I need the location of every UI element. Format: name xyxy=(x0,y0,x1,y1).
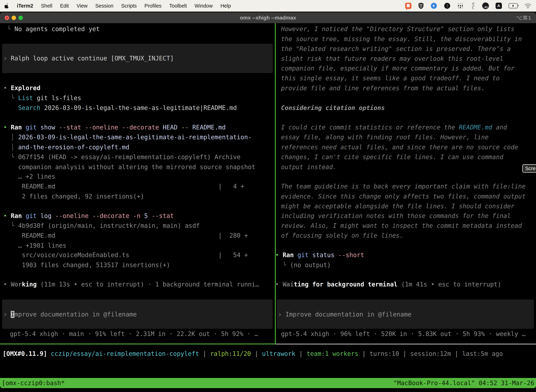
terminal-text-segment: › xyxy=(3,311,11,318)
menu-app-name[interactable]: iTerm2 xyxy=(17,3,33,9)
waiting-status: • Waiting for background terminal (1m 41… xyxy=(275,280,501,289)
cmd-git-show: • Ran git show --stat --oneline --decora… xyxy=(3,122,226,132)
terminal-text-segment: | xyxy=(399,350,410,357)
crescent-circle-icon[interactable] xyxy=(444,2,450,9)
terminal-text-segment: -- xyxy=(181,124,189,131)
git-show-stat-readme: README.md | 4 + xyxy=(3,182,244,191)
terminal-text-segment: Ralph loop active continue [OMX_TMUX_INJ… xyxy=(11,55,174,62)
terminal-text-segment: --oneline xyxy=(85,124,118,131)
terminal-text-segment: gpt-5.4 xhigh · 96% left · 520K in · 5.8… xyxy=(281,330,526,337)
terminal-text-segment: and xyxy=(492,124,507,131)
terminal-text-segment: Ran xyxy=(11,212,22,219)
terminal-text-segment: … +2 lines xyxy=(3,173,55,180)
terminal-text-segment: slight risk that future readers may over… xyxy=(281,55,503,62)
agents-completed-note: └ No agents completed yet xyxy=(3,24,100,34)
letter-a-label: A xyxy=(497,4,500,8)
shield-grid-icon[interactable] xyxy=(418,2,424,9)
git-log-output-commit: └ 4b9d30f (origin/main, instructkr/main,… xyxy=(3,221,200,231)
terminal-text-segment: companion file, especially if more comme… xyxy=(281,65,515,72)
tmux-pane-divider[interactable] xyxy=(275,23,276,344)
terminal-text-segment: of focusing solely on file lines. xyxy=(281,232,403,239)
terminal-text-segment: changes, I can't cite specific file line… xyxy=(281,154,503,160)
terminal-text-segment: └ xyxy=(3,222,18,229)
terminal-text-segment: 2026-03-09-is-legal-the-same-as-legitima… xyxy=(18,134,252,141)
terminal-text-segment: README.md | 280 + xyxy=(3,232,248,239)
menu-item-view[interactable]: View xyxy=(77,3,87,9)
menu-item-shell[interactable]: Shell xyxy=(41,3,53,9)
terminal-text-segment: gpt-5.4 xhigh · main · 91% left · 2.31M … xyxy=(10,330,258,337)
screen-overlay-chip[interactable]: Scre xyxy=(522,164,536,173)
cmd-git-log: • Ran git log --oneline --decorate -n 5 … xyxy=(3,211,174,221)
tmux-session-window[interactable]: [omx-cczip0:bash* xyxy=(2,379,65,387)
terminal-text-segment: │ xyxy=(3,144,18,151)
right-para3-l3: might be acceptable alongside the file l… xyxy=(281,201,515,211)
menu-item-profiles[interactable]: Profiles xyxy=(144,3,162,9)
dragon-icon[interactable] xyxy=(470,2,475,9)
git-show-output-more: … +2 lines xyxy=(3,172,55,182)
omx-status-line: [OMX#0.11.9] cczip/essay/ai-reimplementa… xyxy=(3,349,503,359)
tmux-host-clock: "MacBook-Pro-44.local" 04:52 31-Mar-26 xyxy=(393,379,534,387)
terminal-text-segment: team:1 workers xyxy=(306,350,358,357)
menu-item-scripts[interactable]: Scripts xyxy=(121,3,137,9)
menu-item-edit[interactable]: Edit xyxy=(60,3,69,9)
terminal-text-segment: | xyxy=(251,350,262,357)
terminal-text-segment xyxy=(22,124,25,131)
right-para1-l2: the source tree, missing the essay. Stil… xyxy=(281,34,522,44)
git-log-stat-readme: README.md | 280 + xyxy=(3,231,248,241)
terminal-text-segment: --decorate xyxy=(92,212,129,219)
terminal-text-segment: the source tree, missing the essay. Stil… xyxy=(281,36,522,42)
git-status-output: └ (no output) xyxy=(275,260,331,270)
terminal-text-segment: session:12m xyxy=(410,350,451,357)
right-para3-l4: including verification notes with those … xyxy=(281,211,511,221)
menu-item-help[interactable]: Help xyxy=(220,3,231,9)
battery-charging-icon[interactable] xyxy=(509,3,518,9)
terminal-text-segment: including verification notes with those … xyxy=(281,212,511,219)
dots-grid-icon[interactable] xyxy=(457,3,464,9)
terminal-text-segment xyxy=(22,212,25,219)
terminal-text-segment: • xyxy=(3,212,11,219)
wifi-icon[interactable] xyxy=(524,3,531,9)
terminal-text-segment: Ran xyxy=(282,252,294,258)
terminal-text-segment: [OMX#0.11.9] xyxy=(3,350,47,357)
menu-item-toolbelt[interactable]: Toolbelt xyxy=(169,3,187,9)
explored-search: Search 2026-03-09-is-legal-the-same-as-l… xyxy=(3,103,237,113)
terminal-text-segment: -n xyxy=(133,212,140,219)
terminal-text-segment: the "Related research writing" section i… xyxy=(281,45,511,52)
tmux-status-bar: [omx-cczip0:bash* "MacBook-Pro-44.local"… xyxy=(0,378,536,388)
macos-menubar: iTerm2 Shell Edit View Session Scripts P… xyxy=(0,0,536,12)
prompt-input-right-text[interactable]: › Improve documentation in @filename xyxy=(278,309,412,319)
menu-item-session[interactable]: Session xyxy=(95,3,113,9)
terminal-text-segment: Search xyxy=(18,104,40,111)
git-show-output-commit: └ 067f154 (HEAD -> essay/ai-reimplementa… xyxy=(3,152,241,162)
terminal-text-segment: No agents completed yet xyxy=(14,25,100,33)
terminal-text-segment: └ xyxy=(3,94,18,102)
terminal-text-segment: | xyxy=(295,350,306,357)
terminal-text-segment: king xyxy=(22,281,37,288)
terminal-text-segment: last:5m ago xyxy=(462,350,503,357)
cmd-git-show-wrap2: │ and-the-erosion-of-copyleft.md xyxy=(3,142,129,152)
bolt-badge-icon[interactable] xyxy=(431,2,437,9)
working-status: • Working (11m 13s • esc to interrupt) ·… xyxy=(3,280,259,289)
terminal-text-segment: Wai xyxy=(282,281,294,288)
terminal-text-segment: (11m 13s • esc to interrupt) · 1 backgro… xyxy=(37,281,259,288)
terminal-text-segment: 067f154 (HEAD -> essay/ai-reimplementati… xyxy=(18,154,240,160)
chat-bubble-icon[interactable] xyxy=(405,3,412,9)
menu-item-window[interactable]: Window xyxy=(195,3,213,9)
terminal-text-segment: status xyxy=(309,252,338,258)
terminal-text-segment: Explored xyxy=(11,84,40,92)
terminal-text-segment xyxy=(89,212,92,219)
terminal-text-segment: Improve documentation in @filename xyxy=(285,311,411,318)
badge-61-icon[interactable]: ..61 xyxy=(482,2,489,9)
terminal-text-segment: • xyxy=(275,281,282,288)
tmux-hborder-left xyxy=(0,344,276,344)
terminal-text-segment: • xyxy=(275,252,282,258)
apple-menu-icon[interactable] xyxy=(5,3,10,9)
terminal-text-segment: mprove documentation in @filename xyxy=(14,311,137,318)
letter-a-icon[interactable]: A xyxy=(496,3,502,9)
prompt-input-left-text[interactable]: › Improve documentation in @filename xyxy=(3,309,137,319)
terminal-text-segment: git xyxy=(297,252,308,258)
terminal-text-segment: Wor xyxy=(11,281,22,288)
right-para3-l6: of focusing solely on file lines. xyxy=(281,231,403,241)
terminal-text-segment: show xyxy=(37,124,59,131)
terminal-text-segment xyxy=(129,212,133,219)
